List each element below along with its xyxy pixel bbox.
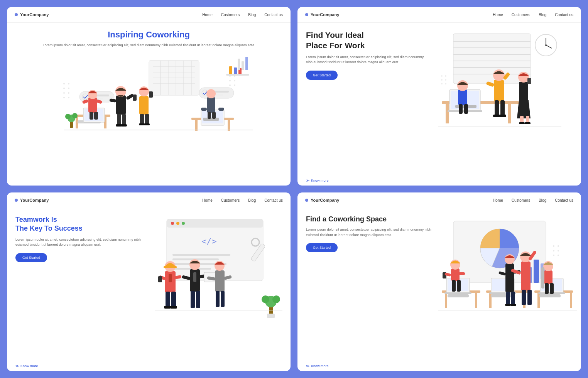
svg-rect-162	[191, 291, 195, 308]
svg-rect-222	[522, 290, 526, 305]
nav-customers-4[interactable]: Customers	[512, 198, 530, 202]
card3-svg: </>	[144, 215, 290, 327]
nav-contact-2[interactable]: Contact us	[555, 13, 573, 17]
brand-dot-3	[15, 199, 18, 202]
nav-blog-4[interactable]: Blog	[539, 198, 546, 202]
card1-svg	[41, 53, 257, 138]
nav-contact-1[interactable]: Contact us	[264, 13, 283, 17]
svg-point-181	[558, 255, 559, 256]
svg-rect-81	[208, 112, 211, 119]
svg-rect-116	[495, 100, 499, 116]
nav-customers-1[interactable]: Customers	[221, 13, 240, 17]
svg-point-142	[262, 295, 269, 303]
svg-rect-129	[167, 219, 263, 228]
know-more-chevron-3: ≫	[15, 364, 19, 368]
card2-subtitle: Lorem ipsum dolor sit amet, consectetuer…	[306, 55, 430, 65]
svg-point-7	[68, 97, 69, 98]
card1-body: Inspiring Coworking Lorem ipsum dolor si…	[7, 23, 291, 184]
svg-point-56	[115, 86, 126, 97]
brand-name-2: YourCompany	[311, 12, 339, 17]
card-teamwork: YourCompany Home Customers Blog Contact …	[7, 192, 291, 371]
svg-rect-117	[500, 100, 505, 116]
card3-cta-button[interactable]: Get Started	[15, 253, 47, 262]
brand-name-3: YourCompany	[20, 198, 49, 202]
svg-rect-209	[457, 280, 461, 292]
svg-rect-120	[519, 82, 528, 102]
brand-dot-1	[15, 13, 18, 16]
svg-point-2	[63, 88, 65, 89]
svg-rect-168	[216, 291, 220, 307]
brand-name-1: YourCompany	[20, 12, 49, 17]
svg-point-143	[272, 295, 280, 303]
svg-rect-25	[229, 66, 232, 74]
card3-know-more[interactable]: ≫ Know more	[15, 364, 38, 368]
svg-rect-126	[525, 122, 531, 124]
svg-rect-183	[445, 293, 447, 308]
card-inspiring-coworking: YourCompany Home Customers Blog Contact …	[7, 7, 291, 186]
svg-point-53	[65, 114, 71, 119]
nav-home-1[interactable]: Home	[202, 13, 213, 17]
brand-name-4: YourCompany	[311, 198, 339, 202]
card4-subtitle: Lorem ipsum dolor sit amet, consectetuer…	[306, 227, 434, 238]
svg-rect-215	[511, 292, 515, 305]
svg-rect-192	[570, 293, 572, 308]
svg-rect-227	[545, 283, 549, 294]
svg-rect-103	[508, 104, 511, 123]
nav-customers-2[interactable]: Customers	[512, 13, 530, 17]
svg-rect-29	[242, 61, 244, 70]
brand-4: YourCompany	[305, 198, 339, 202]
svg-rect-169	[221, 291, 225, 307]
svg-point-99	[441, 83, 443, 84]
svg-rect-147	[164, 266, 177, 268]
svg-rect-207	[459, 272, 465, 275]
svg-rect-184	[475, 293, 477, 308]
svg-rect-64	[139, 96, 149, 115]
nav-home-2[interactable]: Home	[493, 13, 503, 17]
svg-rect-76	[207, 97, 215, 113]
know-more-label-4: Know more	[311, 364, 329, 368]
svg-rect-61	[122, 114, 126, 125]
svg-rect-217	[510, 304, 516, 306]
card2-title: Find Your IdealPlace For Work	[306, 30, 430, 51]
svg-rect-119	[499, 115, 506, 117]
card1-title: Inspiring Coworking	[15, 30, 282, 40]
nav-blog-2[interactable]: Blog	[539, 13, 546, 17]
nav-customers-3[interactable]: Customers	[221, 198, 240, 202]
nav-blog-1[interactable]: Blog	[248, 13, 256, 17]
svg-rect-110	[459, 104, 463, 114]
svg-point-95	[441, 75, 443, 77]
nav-contact-4[interactable]: Contact us	[555, 198, 573, 202]
svg-rect-150	[158, 276, 162, 282]
svg-rect-214	[506, 292, 510, 305]
card2-know-more[interactable]: ≫ Know more	[306, 179, 329, 182]
svg-point-6	[63, 97, 65, 98]
svg-rect-108	[458, 89, 467, 105]
svg-rect-118	[493, 115, 500, 117]
svg-rect-158	[193, 272, 196, 282]
svg-point-11	[234, 80, 235, 81]
nav-contact-3[interactable]: Contact us	[264, 198, 283, 202]
nav-home-4[interactable]: Home	[493, 198, 503, 202]
card2-illustration	[434, 30, 573, 177]
card4-cta-button[interactable]: Get Started	[306, 243, 338, 252]
svg-rect-203	[451, 268, 460, 281]
nav-home-3[interactable]: Home	[202, 198, 213, 202]
svg-point-96	[445, 75, 446, 77]
svg-rect-144	[267, 314, 275, 318]
brand-3: YourCompany	[15, 198, 49, 202]
svg-point-32	[82, 94, 88, 100]
brand-dot-2	[305, 13, 308, 16]
card4-know-more[interactable]: ≫ Know more	[306, 364, 329, 368]
svg-rect-26	[234, 68, 237, 74]
svg-rect-193	[539, 294, 561, 297]
svg-rect-70	[144, 123, 150, 125]
card4-illustration	[434, 215, 573, 363]
svg-rect-67	[140, 114, 144, 125]
nav-blog-3[interactable]: Blog	[248, 198, 256, 202]
card3-body: Teamwork IsThe Key To Success Lorem ipsu…	[7, 208, 291, 370]
svg-rect-111	[464, 104, 468, 114]
card2-cta-button[interactable]: Get Started	[306, 71, 338, 80]
svg-rect-210	[505, 263, 514, 292]
card3-title: Teamwork IsThe Key To Success	[15, 215, 144, 233]
svg-point-177	[558, 245, 559, 247]
